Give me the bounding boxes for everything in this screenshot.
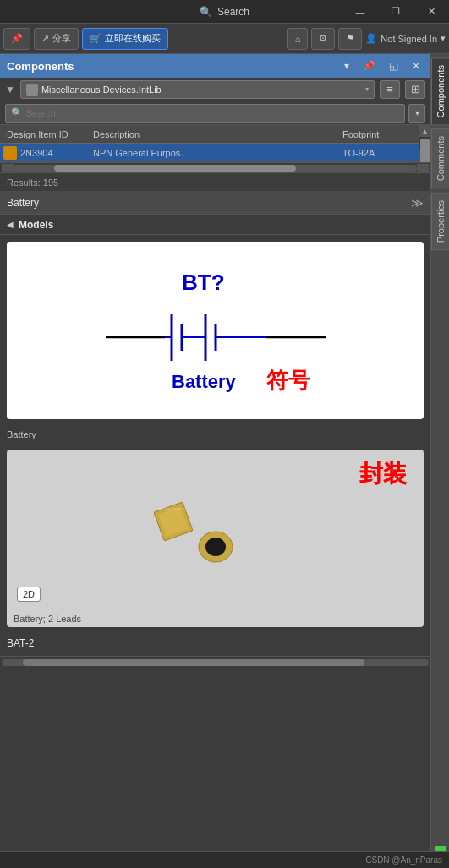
symbol-cn-text: 符号 — [266, 368, 311, 393]
filter-icon: ▼ — [5, 84, 15, 96]
results-bar: Results: 195 — [0, 172, 430, 191]
cell-desc: NPN General Purpos... — [93, 148, 342, 158]
vertical-scrollbar[interactable]: ▲ ▼ — [419, 125, 430, 162]
bookmark-icon: ⚑ — [346, 33, 354, 44]
bottom-scroll[interactable] — [0, 656, 430, 668]
close-button[interactable]: ✕ — [413, 0, 449, 24]
buy-icon: 🛒 — [90, 33, 101, 44]
title-text: Search — [217, 6, 249, 18]
status-text: CSDN @An_nParas — [365, 855, 442, 865]
search-input-wrap: 🔍 — [5, 104, 405, 123]
minimize-button[interactable]: — — [342, 0, 378, 24]
battery-symbol-svg: BT? — [80, 263, 351, 398]
toolbar: 📌 ↗ 分享 🛒 立即在线购买 ⌂ ⚙ ⚑ 👤 Not Signed In ▾ — [0, 24, 449, 54]
search-row: 🔍 ▾ — [0, 101, 430, 125]
search-icon: 🔍 — [11, 107, 23, 118]
panel-title: Components — [7, 60, 334, 73]
lib-name: Miscellaneous Devices.IntLib — [41, 85, 362, 95]
svg-point-12 — [205, 538, 226, 556]
panel-collapse-btn[interactable]: ▾ — [341, 58, 353, 74]
models-header: ◀ Models — [0, 215, 430, 235]
battery-text: Battery — [172, 371, 237, 392]
horizontal-scrollbar[interactable] — [0, 162, 430, 172]
models-section: ◀ Models BT? — [0, 215, 430, 868]
scroll-track — [419, 137, 430, 150]
user-section: 👤 Not Signed In ▾ — [365, 33, 446, 44]
footprint-svg — [140, 471, 292, 589]
tab-comments[interactable]: Comments — [431, 128, 450, 188]
battery-section-header[interactable]: Battery ≫ — [0, 191, 430, 215]
battery-section-title: Battery — [7, 197, 411, 209]
fp-cn-text: 封装 — [359, 458, 407, 490]
user-dropdown-icon: ▾ — [441, 33, 446, 44]
component-icon — [3, 146, 17, 160]
home-button[interactable]: ⌂ — [287, 28, 309, 50]
gear-icon: ⚙ — [319, 33, 327, 44]
scroll-up-btn[interactable]: ▲ — [419, 125, 430, 137]
status-bar: CSDN @An_nParas — [0, 851, 449, 868]
symbol-preview: BT? — [7, 242, 424, 419]
table-row[interactable]: 2N3904 NPN General Purpos... TO-92A — [0, 144, 419, 162]
lib-dropdown-icon: ▾ — [365, 85, 369, 93]
results-count: Results: 195 — [7, 177, 58, 188]
panel-pin-btn[interactable]: 📌 — [359, 58, 379, 74]
col-header-fp: Footprint — [342, 129, 419, 139]
col-header-desc: Description — [93, 129, 342, 139]
filter-menu-btn[interactable]: ≡ — [380, 80, 400, 99]
cell-id: 2N3904 — [0, 146, 93, 160]
pin-icon: 📌 — [11, 33, 23, 44]
lib-icon — [26, 84, 38, 96]
bookmark-button[interactable]: ⚑ — [338, 28, 362, 50]
bt-label: BT? — [182, 270, 225, 295]
symbol-svg-area: BT? — [7, 242, 424, 419]
table-area: Design Item ID Description Footprint 2N3… — [0, 125, 430, 172]
user-icon: 👤 — [365, 33, 377, 44]
title-bar-controls: — ❐ ✕ — [342, 0, 449, 23]
col-header-id: Design Item ID — [0, 129, 93, 139]
library-selector[interactable]: Miscellaneous Devices.IntLib ▾ — [20, 80, 375, 99]
share-button[interactable]: ↗ 分享 — [34, 28, 79, 50]
id-value: 2N3904 — [20, 148, 53, 158]
panel-float-btn[interactable]: ◱ — [386, 58, 402, 74]
bottom-scroll-thumb — [23, 659, 364, 666]
restore-button[interactable]: ❐ — [378, 0, 413, 24]
home-icon: ⌂ — [295, 34, 301, 44]
side-tabs: Components Comments Properties — [430, 54, 449, 868]
panel-close-btn[interactable]: ✕ — [408, 58, 424, 74]
fp-image-area: 封装 封装 — [7, 450, 424, 610]
search-dropdown-btn[interactable]: ▾ — [408, 104, 425, 123]
table-with-scroll: Design Item ID Description Footprint 2N3… — [0, 125, 430, 162]
search-icon-title: 🔍 — [200, 6, 212, 18]
search-dropdown-icon: ▾ — [415, 108, 419, 117]
battery-collapse-icon: ≫ — [411, 196, 424, 210]
tab-properties[interactable]: Properties — [431, 193, 450, 250]
filter-row: ▼ Miscellaneous Devices.IntLib ▾ ≡ ⊞ — [0, 78, 430, 101]
fp-description: Battery; 2 Leads — [7, 610, 424, 627]
hscroll-thumb — [54, 165, 296, 172]
table-header: Design Item ID Description Footprint — [0, 125, 419, 144]
main-container: Components ▾ 📌 ◱ ✕ ▼ Miscellaneous Devic… — [0, 54, 449, 868]
share-label: 分享 — [52, 32, 71, 45]
search-input[interactable] — [26, 108, 399, 118]
bat-label: BAT-2 — [0, 634, 430, 656]
cell-fp: TO-92A — [342, 148, 419, 158]
footprint-preview: 封装 封装 — [7, 450, 424, 627]
hscroll-right-btn[interactable] — [417, 164, 429, 172]
models-arrow-icon: ◀ — [7, 220, 14, 229]
bottom-scroll-track — [2, 659, 429, 666]
scroll-thumb — [420, 139, 430, 162]
hscroll-left-btn[interactable] — [2, 164, 14, 172]
symbol-preview-label: Battery — [7, 429, 424, 439]
filter-view-btn[interactable]: ⊞ — [405, 80, 425, 99]
title-bar-content: 🔍 Search — [200, 6, 249, 18]
components-panel: Components ▾ 📌 ◱ ✕ ▼ Miscellaneous Devic… — [0, 54, 430, 868]
fp-2d-badge: 2D — [17, 587, 41, 602]
buy-label: 立即在线购买 — [105, 32, 161, 45]
hscroll-track — [14, 165, 417, 172]
settings-button[interactable]: ⚙ — [311, 28, 335, 50]
buy-button[interactable]: 🛒 立即在线购买 — [82, 28, 168, 50]
panel-header: Components ▾ 📌 ◱ ✕ — [0, 54, 430, 78]
pin-button[interactable]: 📌 — [3, 28, 30, 50]
table-main: Design Item ID Description Footprint 2N3… — [0, 125, 419, 162]
tab-components[interactable]: Components — [431, 57, 450, 125]
